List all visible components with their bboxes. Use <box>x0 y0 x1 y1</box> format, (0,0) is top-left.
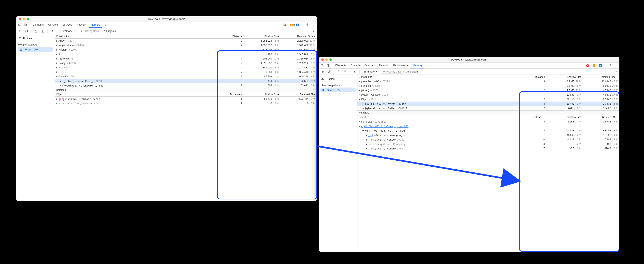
snapshot-item[interactable]: Snap… (16.… <box>18 47 54 52</box>
table-row[interactable]: lKa 31280 %1 509 8729 % <box>55 52 317 56</box>
error-count[interactable]: ✕5 <box>284 24 288 26</box>
error-count[interactable]: ✕1 <box>586 64 591 67</box>
tab-memory[interactable]: Memory <box>88 22 102 28</box>
tab-sources[interactable]: Sources <box>60 22 74 28</box>
table-row[interactable]: jn ×94364389 9202 %1 147 4327 % <box>55 66 317 70</box>
tab-console[interactable]: Console <box>46 22 60 28</box>
tab-sources[interactable]: Sources <box>363 62 377 68</box>
view-select[interactable]: Summary▼ <box>59 30 77 32</box>
download-icon[interactable] <box>342 69 348 74</box>
close-icon[interactable] <box>19 18 21 20</box>
col-shallow[interactable]: Shallow Size <box>546 116 583 118</box>
col-constructor[interactable]: Constructor <box>55 35 224 38</box>
close-icon[interactable] <box>321 58 324 61</box>
table-row[interactable]: (string) ×4725321 295 2328 %1 295 2328 % <box>55 61 317 66</box>
issue-count[interactable]: ▮1 <box>599 64 604 67</box>
col-object[interactable]: Object <box>358 116 526 118</box>
col-shallow[interactable]: Shallow Size <box>244 93 280 96</box>
clear-icon[interactable] <box>326 69 332 74</box>
minimize-icon[interactable] <box>23 18 25 20</box>
col-distance[interactable]: Distance <box>526 76 546 78</box>
scope-select[interactable]: All objects <box>102 30 118 32</box>
inspect-icon[interactable] <box>320 63 325 68</box>
tab-elements[interactable]: Elements <box>333 62 348 68</box>
col-distance[interactable]: Distance <box>224 93 244 96</box>
gear-icon[interactable] <box>305 22 310 28</box>
device-icon[interactable] <box>23 22 28 28</box>
retainer-row[interactable]: Xd in {FOc, HOa, VC, jo, Sbd298.3 kB0 %6… <box>358 128 620 133</box>
gc-icon[interactable] <box>50 28 55 34</box>
table-row[interactable]: (object shape) ×3040421 555 0329 %1 592 … <box>55 43 317 48</box>
tab-console[interactable]: Console <box>349 62 362 68</box>
warning-count[interactable]: !1 <box>592 64 598 67</box>
table-row[interactable]: Object ×1195285 7081 %660 1164 % <box>55 74 317 79</box>
zoom-icon[interactable] <box>330 58 332 61</box>
gc-icon[interactable] <box>352 69 358 74</box>
profiles-row[interactable]: Profiles <box>319 76 357 82</box>
retainer-row[interactable]: _hd in Window / www.google139.8 kB0 %131… <box>358 133 620 137</box>
table-row[interactable]: {NodeType, HtmlElement, Tag 35040 %53 63… <box>55 83 317 88</box>
chevron-down-icon[interactable]: ▼ <box>615 71 618 73</box>
table-row[interactable]: Function ×34385–1.1 MB5 %5.0 MB22 % <box>358 84 620 88</box>
tab-elements[interactable]: Elements <box>31 22 46 28</box>
view-select[interactable]: Summary▼ <box>362 70 379 73</box>
table-row[interactable]: S 71 5800 %1 054 4166 % <box>55 70 317 74</box>
retainer-row[interactable]: value in system / PropertyCel200 %00 % <box>55 101 317 106</box>
table-row[interactable]: Array ×4349721 256 0248 %2 220 00013 % <box>55 38 317 43</box>
warning-count[interactable]: !9 <box>290 24 295 26</box>
retainer-row[interactable]: goog in Window / chrome-exten153 4760 %5… <box>55 97 317 101</box>
tab-network[interactable]: Network <box>377 62 391 68</box>
kebab-icon[interactable]: ⋮ <box>613 63 618 68</box>
record-icon[interactable] <box>320 69 325 74</box>
more-tabs-icon[interactable]: » <box>102 22 108 28</box>
table-row[interactable]: {global, exportPath_, CLOSUR 2444 B0 %17… <box>358 106 620 110</box>
gear-icon[interactable] <box>608 63 613 68</box>
tab-performance[interactable]: Performance <box>391 62 410 68</box>
minimize-icon[interactable] <box>325 58 328 61</box>
device-icon[interactable] <box>325 63 331 68</box>
table-row[interactable]: Object ×16182321 kB1 %2.3 MB10 % <box>358 97 620 102</box>
table-row[interactable]: (compiled code) ×10717636.4 MB28 %10.4 M… <box>358 79 620 84</box>
col-retained[interactable]: Retained Size <box>280 35 317 38</box>
table-row[interactable]: (system) ×130702626 2044 %1 571 6809 % <box>55 48 317 52</box>
filter-input[interactable]: Filter by class <box>78 29 101 33</box>
col-constructor[interactable]: Constructor <box>358 76 526 78</box>
clear-icon[interactable] <box>24 28 29 34</box>
retainer-row[interactable]: _ in system / Context @142–8.2 kB0 %1.7 … <box>358 137 620 142</box>
table-row[interactable]: {sy1fu, sy2ly, sy39n, sy4fm, 4197 kB1 %1… <box>358 102 620 106</box>
retainer-row[interactable]: c,dtl0hd,eHDfl,YV5bee,d,csi:753 <box>358 124 620 128</box>
table-row[interactable]: {global, exportPath_, CLOSU 24440 %173 5… <box>55 79 317 83</box>
chevron-down-icon[interactable]: ▼ <box>312 30 316 32</box>
record-icon[interactable] <box>18 28 23 34</box>
table-row[interactable]: (string) ×4317024.7 MB20 %4.7 MB20 % <box>358 88 620 92</box>
scope-select[interactable]: All objects <box>405 70 420 73</box>
snapshot-item[interactable]: Snap… (22.… <box>320 88 356 92</box>
tab-memory[interactable]: Memory <box>411 62 424 68</box>
zoom-icon[interactable] <box>27 18 29 20</box>
table-row[interactable]: system / Context ×3013–114 kB0 %4.0 MB17… <box>358 92 620 97</box>
filter-placeholder: Filter by class <box>386 70 401 73</box>
table-row[interactable]: {SdcwHb} ×84203 0401 %1 369 0848 % <box>55 56 317 61</box>
kebab-icon[interactable]: ⋮ <box>311 22 316 28</box>
col-retained[interactable]: Retained Size <box>583 76 620 78</box>
col-distance[interactable]: Distance <box>526 116 546 118</box>
retainer-row[interactable]: oa in lKa @177115 □3128 B0 %1.5 MB7 % <box>358 120 620 124</box>
more-tabs-icon[interactable]: » <box>425 63 430 68</box>
col-object[interactable]: Object <box>55 93 224 96</box>
upload-icon[interactable] <box>34 28 39 34</box>
upload-icon[interactable] <box>336 69 342 74</box>
col-shallow[interactable]: Shallow Size <box>244 35 280 38</box>
retainer-row[interactable]: _ in system / Context @607736 B0 %476 B0… <box>358 146 620 151</box>
issue-count[interactable]: ▮2 <box>296 24 301 26</box>
svg-point-5 <box>20 31 20 32</box>
tab-network[interactable]: Network <box>74 22 88 28</box>
inspect-icon[interactable] <box>17 22 22 28</box>
profiles-row[interactable]: Profiles <box>16 35 55 41</box>
col-distance[interactable]: Distance <box>224 35 244 38</box>
retainer-row[interactable]: value in system / Property30 B0 %0 B0 % <box>358 142 620 146</box>
col-retained[interactable]: Retained Size <box>583 116 620 118</box>
col-retained[interactable]: Retained Size <box>280 93 317 96</box>
col-shallow[interactable]: Shallow Size <box>546 76 583 78</box>
filter-input[interactable]: Filter by class <box>380 70 404 74</box>
download-icon[interactable] <box>40 28 45 34</box>
